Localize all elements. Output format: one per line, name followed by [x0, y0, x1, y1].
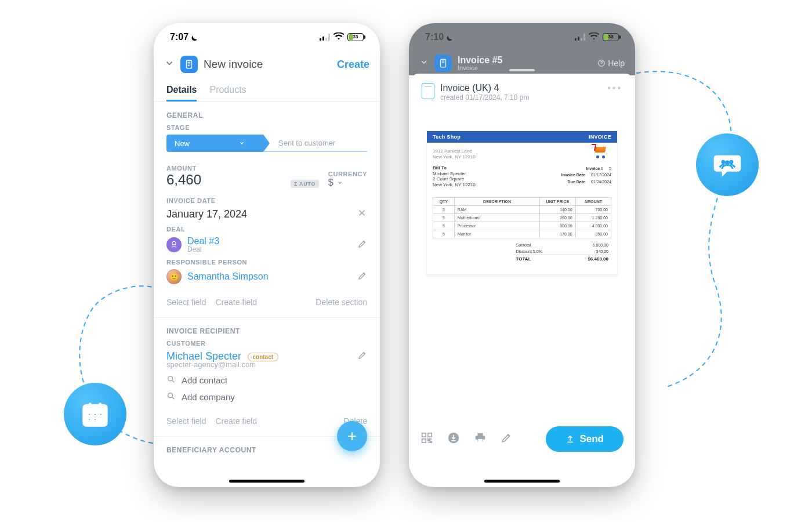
total-value: $6.460,00	[588, 256, 608, 262]
meta-invdate: 01/17/2024	[591, 173, 611, 177]
section-recipient-title: INVOICE RECIPIENT	[154, 318, 380, 340]
bill-addr-2: New York, NY 12210	[433, 182, 476, 188]
total-label: TOTAL	[516, 256, 531, 262]
deal-label: DEAL	[154, 226, 380, 233]
bill-to-label: Bill To	[433, 165, 447, 171]
col-desc: DESCRIPTION	[454, 197, 539, 205]
meta-due: 01/24/2024	[591, 180, 611, 184]
svg-rect-5	[88, 418, 92, 421]
col-unit: UNIT PRICE	[540, 197, 575, 205]
stage-new-label: New	[175, 139, 190, 148]
edit-customer-button[interactable]	[357, 350, 367, 362]
fab-add-button[interactable]: +	[337, 421, 367, 451]
phone-new-invoice: 7:07 33 New invoice Create Details Produ…	[154, 23, 380, 487]
invoice-document: Tech Shop INVOICE 1912 Harvest Lane New …	[426, 130, 618, 275]
tab-products[interactable]: Products	[209, 80, 246, 102]
create-field-button[interactable]: Create field	[215, 298, 257, 307]
customer-label: CUSTOMER	[154, 340, 380, 347]
svg-rect-15	[422, 433, 426, 437]
add-company-label: Add company	[182, 392, 235, 402]
invoice-brand: Tech Shop	[433, 134, 461, 140]
table-row: 5Processor800,004.000,00	[433, 222, 611, 230]
svg-rect-2	[88, 413, 92, 416]
help-label: Help	[608, 59, 625, 68]
meta-invnum: 5	[609, 166, 611, 171]
bill-addr-1: 2 Court Square	[433, 176, 476, 182]
download-button[interactable]	[447, 432, 460, 447]
meta-invdate-label: Invoice Date	[550, 172, 585, 178]
table-row: 5RAM140,00700,00	[433, 205, 611, 213]
invoice-date-label: INVOICE DATE	[154, 197, 380, 204]
subtotal-label: Subtotal	[516, 243, 531, 247]
qr-button[interactable]	[420, 432, 433, 447]
invoice-app-icon	[434, 55, 452, 72]
col-qty: QTY	[433, 197, 455, 205]
deal-field[interactable]: Deal #3 Deal	[166, 236, 351, 253]
responsible-field[interactable]: 🙂 Samantha Simpson	[166, 269, 351, 284]
search-icon	[166, 375, 176, 386]
edit-deal-button[interactable]	[357, 239, 367, 251]
wifi-icon	[334, 32, 344, 42]
svg-rect-16	[428, 433, 432, 437]
group-chat-bubble	[696, 133, 759, 196]
collapse-button[interactable]	[164, 58, 175, 71]
add-contact-button[interactable]: Add contact	[154, 369, 380, 392]
create-button[interactable]: Create	[337, 59, 369, 71]
currency-label: CURRENCY	[328, 171, 367, 177]
status-bar: 7:07 33	[154, 23, 380, 51]
stage-sent[interactable]: Sent to customer	[263, 135, 367, 152]
send-label: Send	[579, 433, 604, 445]
document-title: Invoice (UK) 4	[440, 83, 601, 93]
delete-section-button[interactable]: Delete section	[316, 298, 367, 307]
status-bar: 7:10 33	[409, 23, 635, 51]
select-field-button[interactable]: Select field	[166, 298, 206, 307]
table-row: 5Motherboard260,001.280,00	[433, 213, 611, 222]
phone-invoice-preview: 7:10 33 Invoice #5 Invoice	[409, 23, 635, 487]
svg-rect-6	[93, 418, 97, 421]
dnd-moon-icon	[191, 34, 198, 41]
bill-name: Michael Specter	[433, 171, 476, 177]
svg-rect-19	[478, 439, 482, 443]
sheet-drag-handle[interactable]	[509, 69, 535, 71]
help-button[interactable]: Help	[597, 59, 625, 68]
invoice-table: QTY DESCRIPTION UNIT PRICE AMOUNT 5RAM14…	[433, 197, 611, 238]
print-button[interactable]	[474, 432, 487, 447]
col-amt: AMOUNT	[575, 197, 611, 205]
collapse-button[interactable]	[419, 57, 429, 69]
create-field-button-2[interactable]: Create field	[215, 416, 257, 426]
meta-invnum-label: Invoice #	[568, 165, 603, 172]
select-field-button-2[interactable]: Select field	[166, 416, 206, 426]
status-time: 7:10	[425, 32, 444, 42]
responsible-label: RESPONSIBLE PERSON	[154, 259, 380, 266]
battery-icon: 33	[603, 33, 619, 41]
document-icon	[422, 83, 434, 99]
send-button[interactable]: Send	[546, 426, 624, 452]
invoice-app-icon	[180, 56, 198, 73]
responsible-name: Samantha Simpson	[187, 271, 269, 282]
edit-responsible-button[interactable]	[357, 271, 367, 283]
stage-dropdown-icon	[239, 139, 245, 148]
more-menu-button[interactable]: •••	[607, 83, 622, 93]
avatar: 🙂	[166, 269, 182, 284]
tab-details[interactable]: Details	[166, 80, 197, 102]
add-contact-label: Add contact	[182, 375, 227, 385]
amount-label: AMOUNT	[166, 165, 285, 172]
currency-selector[interactable]: $	[328, 177, 367, 188]
search-icon	[166, 392, 176, 403]
svg-rect-10	[187, 60, 192, 68]
cell-signal-icon	[320, 34, 330, 41]
battery-icon: 33	[347, 33, 364, 41]
invoice-date-value[interactable]: January 17, 2024	[166, 208, 247, 220]
section-general-title: GENERAL	[154, 102, 380, 124]
subtotal-value: 6.800,00	[593, 243, 608, 247]
invoice-doc-type: INVOICE	[589, 134, 611, 140]
edit-button[interactable]	[501, 432, 512, 446]
svg-point-12	[168, 393, 173, 398]
stage-new[interactable]: New	[166, 135, 263, 152]
clear-date-button[interactable]	[357, 208, 367, 220]
meta-due-label: Due Date	[550, 179, 585, 185]
deal-icon	[166, 237, 182, 252]
svg-rect-4	[99, 413, 103, 416]
wifi-icon	[589, 32, 599, 42]
add-company-button[interactable]: Add company	[154, 392, 380, 408]
